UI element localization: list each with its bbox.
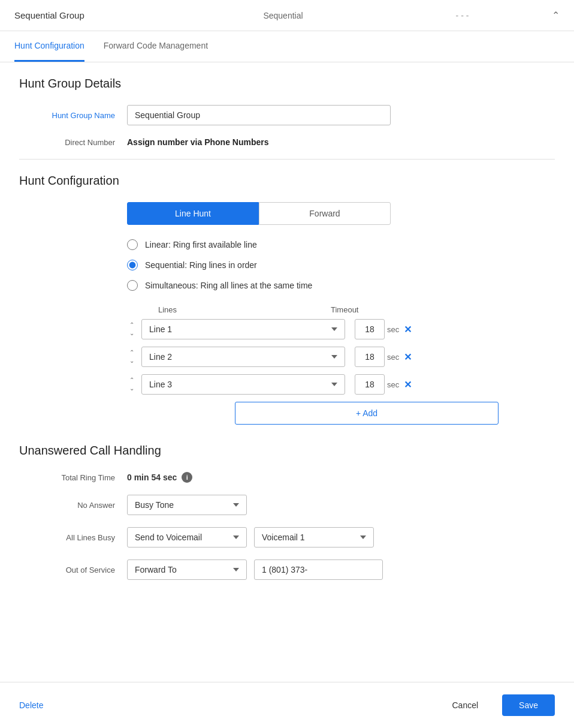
sort-down-3[interactable]: ⌄	[127, 384, 137, 393]
simultaneous-label: Simultaneous: Ring all lines at the same…	[145, 281, 312, 290]
main-content: Hunt Group Details Hunt Group Name Direc…	[0, 62, 574, 640]
lines-column-label: Lines	[127, 305, 331, 314]
footer: Delete Cancel Save	[0, 682, 574, 728]
assign-number-link[interactable]: Assign number via Phone Numbers	[127, 137, 269, 147]
forward-number-input[interactable]	[254, 559, 383, 580]
total-ring-time-value: 0 min 54 sec	[127, 473, 177, 482]
direct-number-label: Direct Number	[19, 138, 127, 147]
lines-header: Lines Timeout	[127, 305, 555, 314]
sort-up-3[interactable]: ⌃	[127, 376, 137, 384]
tab-hunt-configuration[interactable]: Hunt Configuration	[14, 31, 84, 62]
hunt-group-name-row: Hunt Group Name	[19, 105, 555, 125]
all-lines-busy-row: All Lines Busy Busy Tone Send to Voicema…	[19, 527, 555, 547]
header-bar: Sequential Group Sequential - - - ⌃	[0, 0, 574, 31]
sec-label-3: sec	[387, 380, 399, 389]
header-type: Sequential	[194, 11, 373, 20]
out-of-service-label: Out of Service	[19, 565, 127, 574]
hunt-configuration-section: Hunt Configuration Line Hunt Forward Lin…	[19, 174, 555, 425]
timeout-input-1[interactable]	[355, 319, 385, 339]
voicemail-select[interactable]: Voicemail 1 Voicemail 2	[254, 527, 374, 547]
remove-line-2[interactable]: ✕	[404, 351, 412, 363]
forward-button[interactable]: Forward	[259, 202, 391, 225]
ring-strategy-group: Linear: Ring first available line Sequen…	[127, 239, 555, 291]
line-row-3: ⌃ ⌄ Line 1 Line 2 Line 3 sec ✕	[127, 374, 555, 395]
total-ring-time-label: Total Ring Time	[19, 473, 127, 482]
hunt-group-name-label: Hunt Group Name	[19, 111, 127, 120]
sort-controls-3: ⌃ ⌄	[127, 376, 137, 393]
remove-line-3[interactable]: ✕	[404, 379, 412, 390]
tab-forward-code-management[interactable]: Forward Code Management	[104, 31, 208, 62]
sequential-radio[interactable]	[127, 260, 138, 270]
timeout-input-3[interactable]	[355, 374, 385, 395]
total-ring-time-row: Total Ring Time 0 min 54 sec i	[19, 472, 555, 483]
line-select-1[interactable]: Line 1 Line 2 Line 3	[141, 319, 345, 339]
save-button[interactable]: Save	[502, 694, 555, 716]
timeout-column-label: Timeout	[331, 305, 358, 314]
line-row-1: ⌃ ⌄ Line 1 Line 2 Line 3 sec ✕	[127, 319, 555, 339]
sec-label-1: sec	[387, 325, 399, 334]
footer-actions: Cancel Save	[437, 694, 555, 716]
hunt-configuration-heading: Hunt Configuration	[19, 174, 555, 188]
simultaneous-radio[interactable]	[127, 280, 138, 291]
direct-number-row: Direct Number Assign number via Phone Nu…	[19, 137, 555, 147]
sequential-label: Sequential: Ring lines in order	[145, 260, 257, 270]
line-hunt-button[interactable]: Line Hunt	[127, 202, 259, 225]
add-line-button[interactable]: + Add	[235, 402, 499, 425]
delete-button[interactable]: Delete	[19, 700, 43, 710]
linear-label: Linear: Ring first available line	[145, 240, 257, 249]
header-title: Sequential Group	[14, 10, 194, 20]
no-answer-select[interactable]: Busy Tone Send to Voicemail Forward To	[127, 495, 247, 515]
hunt-group-details-heading: Hunt Group Details	[19, 77, 555, 91]
tab-bar: Hunt Configuration Forward Code Manageme…	[0, 31, 574, 62]
sort-down-1[interactable]: ⌄	[127, 329, 137, 338]
linear-radio[interactable]	[127, 239, 138, 250]
no-answer-label: No Answer	[19, 501, 127, 510]
line-select-3[interactable]: Line 1 Line 2 Line 3	[141, 374, 345, 395]
hunt-type-toggle: Line Hunt Forward	[127, 202, 555, 225]
line-select-2[interactable]: Line 1 Line 2 Line 3	[141, 347, 345, 367]
cancel-button[interactable]: Cancel	[437, 694, 493, 716]
no-answer-row: No Answer Busy Tone Send to Voicemail Fo…	[19, 495, 555, 515]
sequential-radio-item: Sequential: Ring lines in order	[127, 260, 555, 270]
remove-line-1[interactable]: ✕	[404, 324, 412, 335]
sort-up-1[interactable]: ⌃	[127, 321, 137, 329]
timeout-input-2[interactable]	[355, 347, 385, 367]
simultaneous-radio-item: Simultaneous: Ring all lines at the same…	[127, 280, 555, 291]
lines-section: Lines Timeout ⌃ ⌄ Line 1 Line 2 Line 3 s…	[127, 305, 555, 425]
sort-controls-2: ⌃ ⌄	[127, 348, 137, 365]
info-icon[interactable]: i	[182, 472, 192, 483]
sort-up-2[interactable]: ⌃	[127, 348, 137, 357]
collapse-icon[interactable]: ⌃	[552, 10, 560, 21]
sec-label-2: sec	[387, 353, 399, 362]
unanswered-call-heading: Unanswered Call Handling	[19, 444, 555, 458]
all-lines-busy-select[interactable]: Busy Tone Send to Voicemail Forward To	[127, 527, 247, 547]
sort-controls-1: ⌃ ⌄	[127, 321, 137, 338]
linear-radio-item: Linear: Ring first available line	[127, 239, 555, 250]
line-row-2: ⌃ ⌄ Line 1 Line 2 Line 3 sec ✕	[127, 347, 555, 367]
hunt-group-name-input[interactable]	[127, 105, 391, 125]
sort-down-2[interactable]: ⌄	[127, 357, 137, 365]
out-of-service-row: Out of Service Busy Tone Send to Voicema…	[19, 559, 555, 580]
out-of-service-select[interactable]: Busy Tone Send to Voicemail Forward To	[127, 559, 247, 580]
unanswered-call-handling-section: Unanswered Call Handling Total Ring Time…	[19, 444, 555, 580]
all-lines-busy-label: All Lines Busy	[19, 533, 127, 542]
section-divider	[19, 159, 555, 160]
header-dashes: - - -	[373, 11, 552, 20]
